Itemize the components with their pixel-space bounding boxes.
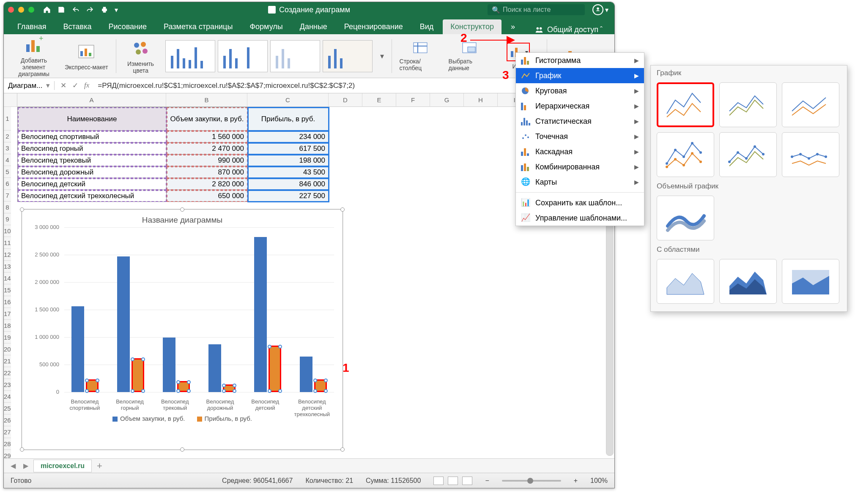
change-colors[interactable]: Изменить цвета	[124, 38, 158, 74]
header-volume[interactable]: Объем закупки, в руб.	[167, 107, 248, 131]
col-header[interactable]: E	[362, 93, 396, 107]
chart-type-menu-item[interactable]: Круговая▶	[516, 83, 644, 98]
bar-series-1[interactable]	[254, 237, 267, 392]
share-button[interactable]: Общий доступ	[534, 25, 598, 34]
cell[interactable]: Велосипед дорожный	[18, 166, 167, 178]
resize-handle[interactable]	[340, 447, 345, 452]
area-chart-thumb[interactable]	[657, 259, 714, 304]
zoom-value[interactable]: 100%	[590, 477, 608, 485]
account-button[interactable]: ▾	[592, 4, 608, 15]
add-sheet-icon[interactable]: +	[94, 460, 105, 471]
bar-series-1[interactable]	[71, 306, 84, 392]
plot-area[interactable]: 0500 0001 000 0001 500 0002 000 0002 500…	[64, 227, 334, 409]
row-header[interactable]: 24	[4, 391, 11, 403]
chart-type-menu-item[interactable]: График▶	[516, 68, 644, 83]
tabs-overflow[interactable]: »	[503, 19, 523, 34]
tab-insert[interactable]: Вставка	[56, 19, 99, 34]
cell[interactable]: 43 500	[248, 166, 329, 178]
cell[interactable]: Велосипед детский трехколесный	[18, 190, 167, 202]
row-header[interactable]: 22	[4, 367, 11, 379]
zoom-out-icon[interactable]: −	[485, 477, 489, 485]
row-header[interactable]: 15	[4, 284, 11, 296]
chart-title[interactable]: Название диаграммы	[22, 210, 343, 227]
row-header[interactable]: 7	[4, 190, 11, 202]
chart-style-thumb[interactable]	[218, 40, 268, 72]
bar-series-2-selected[interactable]	[269, 346, 281, 392]
row-header[interactable]: 10	[4, 225, 11, 237]
zoom-slider[interactable]	[502, 480, 561, 482]
zoom-knob[interactable]	[527, 478, 533, 484]
home-icon[interactable]	[43, 5, 51, 14]
print-icon[interactable]	[100, 5, 109, 14]
row-header[interactable]: 3	[4, 142, 11, 154]
sheet-nav-prev-icon[interactable]: ◀	[8, 462, 18, 470]
styles-more-icon[interactable]: ▾	[380, 52, 384, 61]
quick-layout[interactable]: Экспресс-макет	[65, 42, 108, 71]
row-header[interactable]: 25	[4, 403, 11, 414]
bar-series-1[interactable]	[208, 344, 221, 392]
row-header[interactable]: 5	[4, 166, 11, 178]
header-name[interactable]: Наименование	[18, 107, 167, 131]
resize-handle[interactable]	[20, 447, 24, 452]
sheet-nav-next-icon[interactable]: ▶	[21, 462, 31, 470]
name-box[interactable]: Диаграм... ▾	[4, 81, 55, 90]
bar-series-2-selected[interactable]	[314, 379, 327, 392]
switch-row-col[interactable]: Строка/столбец	[400, 41, 441, 71]
cell[interactable]: 650 000	[167, 190, 248, 202]
row-header[interactable]: 17	[4, 308, 11, 320]
3d-line-chart-thumb[interactable]	[657, 196, 714, 240]
cell[interactable]: 234 000	[248, 131, 329, 143]
sheet-tab[interactable]: microexcel.ru	[33, 460, 92, 472]
chart-style-thumb[interactable]	[165, 40, 215, 72]
chart-style-thumb[interactable]	[270, 40, 320, 72]
chart-type-menu-item[interactable]: Иерархическая▶	[516, 98, 644, 114]
row-header[interactable]: 11	[4, 237, 11, 249]
tab-data[interactable]: Данные	[292, 19, 335, 34]
scrollbar-thumb[interactable]	[606, 185, 614, 456]
close-window-icon[interactable]	[8, 7, 14, 13]
row-header[interactable]: 20	[4, 343, 11, 355]
cell[interactable]: 990 000	[167, 155, 248, 166]
col-header[interactable]: G	[430, 93, 464, 107]
row-header[interactable]: 18	[4, 320, 11, 332]
tab-formulas[interactable]: Формулы	[242, 19, 290, 34]
row-header[interactable]: 4	[4, 154, 11, 166]
line-chart-stacked-thumb[interactable]	[719, 82, 777, 127]
line-chart-stacked-markers-thumb[interactable]	[719, 132, 777, 177]
tab-home[interactable]: Главная	[10, 19, 54, 34]
sheet-search[interactable]: 🔍 Поиск на листе	[488, 4, 585, 15]
vertical-scrollbar[interactable]	[606, 185, 614, 488]
bar-series-2-selected[interactable]	[86, 379, 99, 392]
view-page-layout-icon[interactable]	[448, 477, 458, 485]
col-header[interactable]: A	[17, 93, 166, 107]
resize-handle[interactable]	[20, 207, 24, 212]
row-header[interactable]: 23	[4, 379, 11, 391]
row-header[interactable]: 16	[4, 296, 11, 308]
bar-series-1[interactable]	[117, 256, 130, 392]
resize-handle[interactable]	[180, 207, 184, 212]
resize-handle[interactable]	[180, 447, 184, 452]
embedded-chart[interactable]: Название диаграммы 0500 0001 000 0001 50…	[22, 209, 343, 450]
tab-chart-design[interactable]: Конструктор	[443, 19, 502, 34]
line-chart-basic-thumb[interactable]	[657, 82, 714, 127]
zoom-in-icon[interactable]: +	[574, 477, 578, 485]
chart-styles-gallery[interactable]	[165, 40, 373, 72]
zoom-window-icon[interactable]	[28, 7, 34, 13]
fx-icon[interactable]: fx	[84, 81, 89, 90]
row-header[interactable]: 26	[4, 414, 11, 426]
save-icon[interactable]	[57, 5, 66, 14]
row-header[interactable]: 21	[4, 355, 11, 367]
data-table[interactable]: Наименование Объем закупки, в руб. Прибы…	[17, 107, 329, 202]
accept-formula-icon[interactable]: ✓	[72, 81, 78, 90]
cell[interactable]: Велосипед детский	[18, 178, 167, 190]
bar-series-2-selected[interactable]	[132, 358, 144, 392]
cell[interactable]: 1 560 000	[167, 131, 248, 143]
col-header[interactable]: C	[247, 93, 329, 107]
col-header[interactable]: B	[166, 93, 247, 107]
tab-review[interactable]: Рецензирование	[337, 19, 411, 34]
line-chart-markers-thumb[interactable]	[657, 132, 714, 177]
header-profit[interactable]: Прибыль, в руб.	[248, 107, 329, 131]
chart-type-menu-item[interactable]: Каскадная▶	[516, 144, 644, 159]
add-chart-element[interactable]: + Добавить элемент диаграммы	[11, 35, 57, 77]
cell[interactable]: Велосипед трековый	[18, 155, 167, 166]
